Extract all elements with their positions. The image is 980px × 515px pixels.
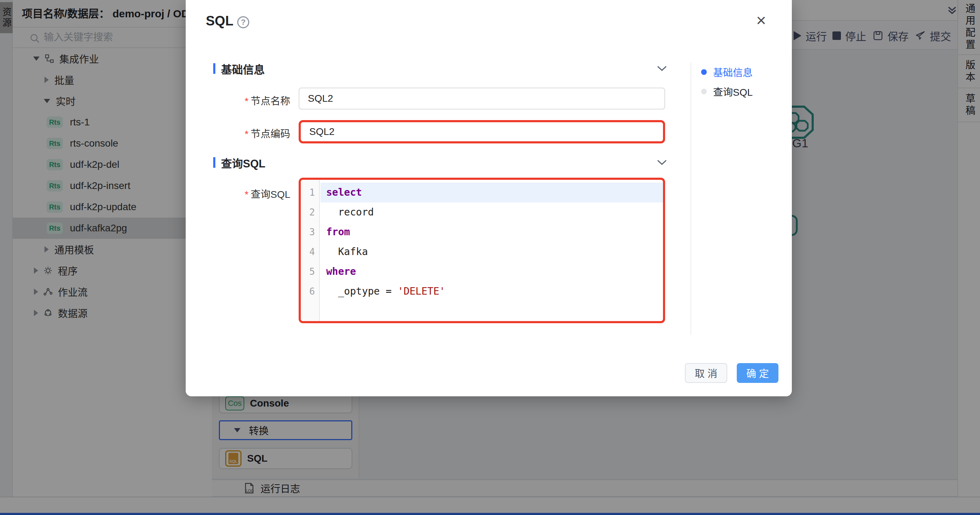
code-line: Kafka xyxy=(321,242,663,262)
node-code-label: *节点编码 xyxy=(205,126,290,140)
chevron-down-icon[interactable] xyxy=(657,65,667,72)
query-sql-label: *查询SQL xyxy=(205,187,290,201)
section-title: 查询SQL xyxy=(221,155,657,171)
screen: 资源 项目名称/数据层： demo-proj / ODS xyxy=(0,0,980,515)
editor-code-area[interactable]: select record from Kafka where _optype =… xyxy=(321,180,663,301)
anchor-dot xyxy=(701,69,707,75)
section-title: 基础信息 xyxy=(221,61,657,77)
anchor-label: 基础信息 xyxy=(713,65,752,79)
required-asterisk: * xyxy=(245,189,248,200)
help-icon[interactable]: ? xyxy=(237,16,249,28)
close-icon[interactable]: × xyxy=(756,12,766,29)
anchor-label: 查询SQL xyxy=(713,85,752,99)
required-asterisk: * xyxy=(245,96,248,107)
node-code-input[interactable] xyxy=(299,120,665,143)
code-line: _optype = 'DELETE' xyxy=(321,282,663,301)
anchor-dot xyxy=(701,89,707,94)
code-line: record xyxy=(321,202,663,222)
cancel-button[interactable]: 取消 xyxy=(685,363,727,383)
section-accent-bar xyxy=(213,63,215,74)
chevron-down-icon[interactable] xyxy=(657,159,667,166)
section-accent-bar xyxy=(213,157,215,168)
code-line: from xyxy=(321,222,663,242)
sql-code-editor[interactable]: 1 2 3 4 5 6 select record from Kafka whe… xyxy=(299,178,665,323)
section-query-sql: 查询SQL xyxy=(213,155,667,170)
node-name-input[interactable] xyxy=(299,88,665,110)
required-asterisk: * xyxy=(245,129,248,140)
body-divider xyxy=(690,62,691,335)
anchor-query-sql[interactable]: 查询SQL xyxy=(701,85,752,99)
dialog-title: SQL xyxy=(206,13,233,29)
code-line: where xyxy=(321,262,663,282)
node-name-label: *节点名称 xyxy=(205,93,290,107)
code-line: select xyxy=(321,183,663,202)
section-basic-info: 基础信息 xyxy=(213,61,667,76)
anchor-basic-info[interactable]: 基础信息 xyxy=(701,65,752,79)
sql-node-dialog: SQL ? × 基础信息 *节点名称 *节点编码 查询SQL xyxy=(186,0,792,396)
confirm-button[interactable]: 确定 xyxy=(737,363,778,383)
editor-gutter: 1 2 3 4 5 6 xyxy=(301,180,320,321)
